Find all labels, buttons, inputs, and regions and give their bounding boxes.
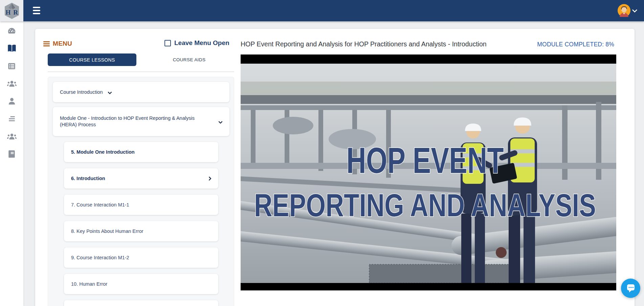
sidebar-item-records[interactable] [0, 110, 23, 128]
sidebar-item-dashboard[interactable] [0, 22, 23, 40]
section-course-introduction[interactable]: Course Introduction [53, 82, 229, 102]
open-book-icon [7, 44, 17, 53]
sidebar-item-profile[interactable] [0, 92, 23, 110]
lesson-item-9[interactable]: 9. Course Interaction M1-2 [64, 247, 218, 268]
dashboard-gauge-icon [7, 26, 16, 36]
lesson-item-7[interactable]: 7. Course Interaction M1-1 [64, 195, 218, 215]
person-icon [7, 97, 16, 106]
lines-menu-icon [7, 115, 16, 123]
handbook-icon [7, 150, 16, 158]
chevron-down-icon [632, 7, 638, 13]
leave-menu-open-checkbox[interactable] [164, 40, 171, 46]
menu-button[interactable]: MENU [43, 40, 72, 47]
navbar-hamburger-icon[interactable] [33, 7, 41, 14]
chat-launcher-button[interactable] [621, 279, 640, 298]
lesson-item-6-current[interactable]: 6. Introduction [64, 168, 218, 189]
section-label: Module One - Introduction to HOP Event R… [53, 115, 202, 128]
leave-menu-open-control[interactable]: Leave Menu Open [164, 39, 229, 47]
video-letterbox-bottom [241, 283, 616, 290]
video-overlay-title-line2: REPORTING AND ANALYSIS [254, 188, 596, 223]
content-card: MENU Leave Menu Open HOP Event Reporting… [35, 29, 635, 306]
menu-button-label: MENU [53, 40, 72, 47]
lesson-item-10[interactable]: 10. Human Error [64, 274, 218, 294]
user-menu[interactable] [618, 4, 637, 17]
user-avatar [618, 4, 630, 17]
video-overlay-title-line1: HOP EVENT [347, 140, 504, 181]
video-letterbox-top [241, 54, 616, 64]
lesson-label: 8. Key Points About Human Error [64, 228, 143, 234]
module-completed-badge: MODULE COMPLETED: 8% [537, 41, 614, 48]
sidebar-item-courses[interactable] [0, 40, 23, 57]
list-details-icon [7, 62, 16, 71]
leave-menu-open-label: Leave Menu Open [174, 39, 229, 47]
sidebar-item-groups[interactable] [0, 128, 23, 145]
video-player[interactable]: HOP EVENT REPORTING AND ANALYSIS [241, 54, 616, 290]
lesson-label: 7. Course Interaction M1-1 [64, 202, 129, 207]
top-navbar: H R [0, 0, 644, 21]
lesson-item-8[interactable]: 8. Key Points About Human Error [64, 221, 218, 241]
video-frame: HOP EVENT REPORTING AND ANALYSIS [241, 54, 616, 290]
course-lessons-panel: Course Introduction Module One - Introdu… [48, 77, 234, 306]
tab-divider [48, 71, 234, 72]
lesson-item-5[interactable]: 5. Module One Introduction [64, 142, 218, 162]
chevron-down-icon [108, 90, 112, 94]
lesson-label: 10. Human Error [64, 281, 107, 287]
svg-text:R: R [13, 9, 18, 16]
sidebar-item-teams[interactable] [0, 75, 23, 92]
tab-course-aids[interactable]: COURSE AIDS [143, 53, 235, 66]
lesson-label: 5. Module One Introduction [64, 149, 135, 155]
lesson-label: 9. Course Interaction M1-2 [64, 255, 129, 260]
sidebar-item-list[interactable] [0, 57, 23, 75]
section-label: Course Introduction [53, 89, 103, 95]
svg-text:H: H [5, 9, 10, 16]
group-icon [7, 132, 17, 140]
app-logo[interactable]: H R [0, 0, 23, 21]
chat-bubble-icon [626, 284, 636, 293]
menu-bars-icon [43, 41, 50, 46]
section-module-one[interactable]: Module One - Introduction to HOP Event R… [53, 107, 229, 136]
team-icon [7, 80, 17, 88]
lesson-item-clipped[interactable] [64, 300, 218, 306]
icon-sidebar [0, 21, 23, 306]
page-title: HOP Event Reporting and Analysis for HOP… [241, 40, 532, 48]
chevron-right-icon [207, 176, 212, 181]
lesson-label: 6. Introduction [64, 176, 105, 181]
hr-hexagon-logo-icon: H R [4, 2, 20, 19]
tab-course-lessons[interactable]: COURSE LESSONS [48, 53, 136, 66]
sidebar-item-library[interactable] [0, 145, 23, 163]
chevron-down-icon [218, 119, 223, 124]
